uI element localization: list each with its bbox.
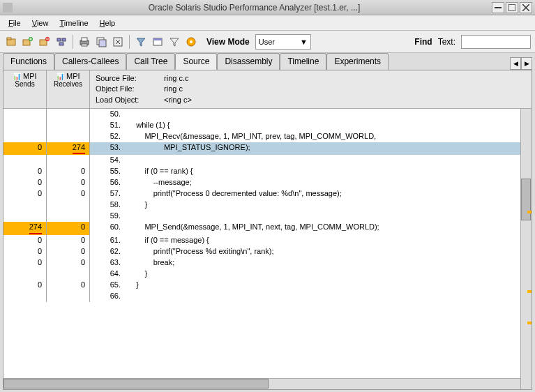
- new-window-icon[interactable]: [94, 35, 108, 49]
- viewmode-value: User: [259, 38, 275, 46]
- find-label: Find: [414, 37, 432, 47]
- close-window-icon[interactable]: [111, 35, 125, 49]
- code-line[interactable]: 0061. if (0 == message) {: [3, 235, 520, 246]
- code-text: break;: [125, 257, 520, 269]
- code-line[interactable]: 58. }: [3, 199, 520, 211]
- mpi-receives-value: 274: [47, 142, 90, 155]
- code-line[interactable]: 51. while (1) {: [3, 120, 520, 131]
- tab-source[interactable]: Source: [175, 53, 217, 70]
- mpi-sends-value: [3, 199, 47, 211]
- content-panel: 📊 MPI Sends 📊 MPI Receives Source File: …: [3, 70, 532, 390]
- add-experiment-icon[interactable]: [21, 35, 35, 49]
- mpi-receives-value: 0: [47, 235, 90, 246]
- code-line[interactable]: 54.: [3, 155, 520, 166]
- aggregate-icon[interactable]: [54, 35, 68, 49]
- svg-rect-15: [82, 44, 87, 46]
- source-code-area[interactable]: 50.51. while (1) {52. MPI_Recv(&message,…: [3, 109, 520, 378]
- mpi-receives-header[interactable]: 📊 MPI Receives: [47, 70, 90, 108]
- mpi-receives-value: 0: [47, 166, 90, 177]
- filter-icon[interactable]: [134, 35, 148, 49]
- svg-rect-20: [153, 38, 162, 40]
- mpi-receives-value: [47, 155, 90, 166]
- code-text: }: [125, 269, 520, 280]
- mpi-sends-value: 0: [3, 257, 47, 269]
- line-number: 62.: [90, 246, 125, 257]
- code-line[interactable]: 52. MPI_Recv(&message, 1, MPI_INT, prev,…: [3, 131, 520, 142]
- line-number: 52.: [90, 131, 125, 142]
- open-experiment-icon[interactable]: [4, 35, 18, 49]
- scroll-mark: [527, 322, 532, 324]
- mpi-receives-value: 0: [47, 188, 90, 199]
- svg-rect-0: [495, 7, 502, 8]
- code-line[interactable]: 0057. printf("Process 0 decremented valu…: [3, 188, 520, 199]
- hscroll-thumb[interactable]: [3, 379, 269, 389]
- code-line[interactable]: 0062. printf("Process %d exiting\n", ran…: [3, 246, 520, 257]
- mpi-receives-value: 0: [47, 222, 90, 234]
- separator: [73, 35, 73, 49]
- horizontal-scrollbar[interactable]: [3, 378, 520, 389]
- line-number: 65.: [90, 280, 125, 291]
- code-line[interactable]: 64. }: [3, 269, 520, 280]
- mpi-sends-value: [3, 155, 47, 166]
- mpi-receives-value: [47, 269, 90, 280]
- mpi-sends-value: 274: [3, 222, 47, 234]
- minimize-button[interactable]: [492, 2, 504, 13]
- mpi-receives-value: [47, 291, 90, 302]
- code-line[interactable]: 66.: [3, 291, 520, 302]
- column-headers: 📊 MPI Sends 📊 MPI Receives Source File: …: [3, 70, 532, 109]
- svg-rect-1: [508, 4, 515, 11]
- code-line[interactable]: 50.: [3, 109, 520, 120]
- code-line[interactable]: 027453. MPI_STATUS_IGNORE);: [3, 142, 520, 155]
- menu-timeline[interactable]: Timeline: [54, 17, 93, 29]
- mpi-sends-header[interactable]: 📊 MPI Sends: [3, 70, 47, 108]
- code-line[interactable]: 0063. break;: [3, 257, 520, 269]
- settings-icon[interactable]: [184, 35, 198, 49]
- tab-callers-callees[interactable]: Callers-Callees: [54, 53, 126, 70]
- viewmode-select[interactable]: User ▼: [255, 34, 311, 50]
- svg-rect-5: [7, 38, 11, 40]
- code-text: while (1) {: [125, 120, 520, 131]
- mpi-sends-value: [3, 131, 47, 142]
- code-text: [125, 155, 520, 166]
- close-button[interactable]: [520, 2, 532, 13]
- code-text: }: [125, 280, 520, 291]
- mpi-sends-value: [3, 211, 47, 222]
- vertical-scrollbar[interactable]: [520, 109, 532, 389]
- menu-file[interactable]: File: [3, 17, 27, 29]
- menu-help[interactable]: Help: [94, 17, 121, 29]
- print-icon[interactable]: [77, 35, 91, 49]
- vscroll-thumb[interactable]: [521, 179, 531, 220]
- code-line[interactable]: 0056. --message;: [3, 177, 520, 188]
- window-title: Oracle Solaris Studio Performance Analyz…: [17, 3, 492, 13]
- mpi-sends-value: 0: [3, 188, 47, 199]
- find-input[interactable]: [461, 35, 531, 49]
- code-line[interactable]: 274060. MPI_Send(&message, 1, MPI_INT, n…: [3, 222, 520, 234]
- menu-view[interactable]: View: [27, 17, 54, 29]
- tab-experiments[interactable]: Experiments: [326, 53, 389, 70]
- drop-experiment-icon[interactable]: [38, 35, 52, 49]
- line-number: 66.: [90, 291, 125, 302]
- tab-functions[interactable]: Functions: [3, 53, 54, 70]
- maximize-button[interactable]: [506, 2, 518, 13]
- tab-scroll: ◀ ▶: [510, 57, 532, 70]
- code-line[interactable]: 59.: [3, 211, 520, 222]
- code-line[interactable]: 0055. if (0 == rank) {: [3, 166, 520, 177]
- code-text: [125, 291, 520, 302]
- mpi-sends-value: 0: [3, 177, 47, 188]
- tab-scroll-right[interactable]: ▶: [521, 57, 532, 70]
- mpi-receives-value: [47, 131, 90, 142]
- mpi-sends-value: [3, 120, 47, 131]
- filter-data-icon[interactable]: [167, 35, 181, 49]
- line-number: 55.: [90, 166, 125, 177]
- code-panel: 50.51. while (1) {52. MPI_Recv(&message,…: [3, 109, 520, 389]
- code-text: printf("Process %d exiting\n", rank);: [125, 246, 520, 257]
- tab-call-tree[interactable]: Call Tree: [126, 53, 175, 70]
- tab-scroll-left[interactable]: ◀: [510, 57, 521, 70]
- tab-timeline[interactable]: Timeline: [280, 53, 326, 70]
- scroll-mark: [527, 211, 532, 213]
- viewmode-label: View Mode: [206, 37, 250, 47]
- mpi-receives-value: 0: [47, 257, 90, 269]
- code-line[interactable]: 0065. }: [3, 280, 520, 291]
- show-hide-icon[interactable]: [151, 35, 165, 49]
- tab-disassembly[interactable]: Disassembly: [217, 53, 280, 70]
